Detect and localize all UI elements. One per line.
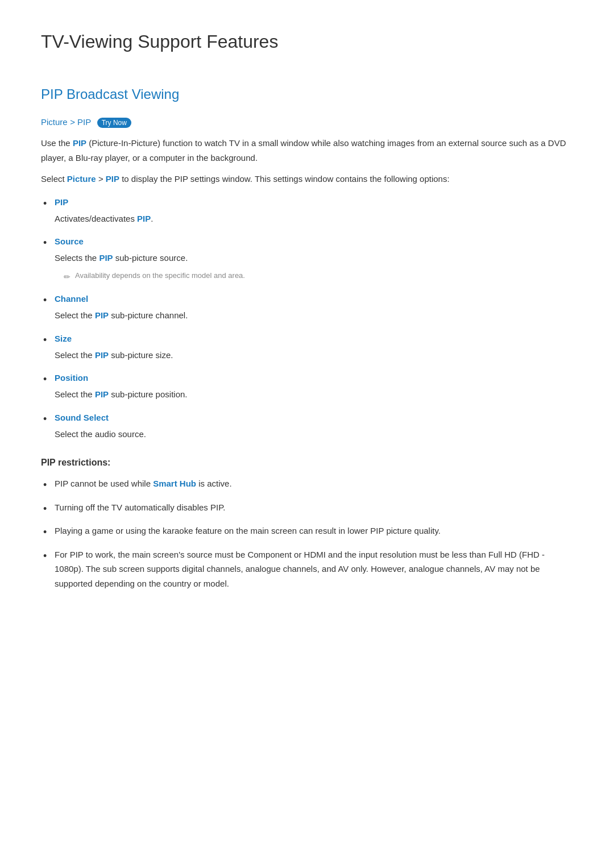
option-position: Position Select the PIP sub-picture posi… <box>55 371 573 402</box>
option-channel-title: Channel <box>55 292 573 306</box>
breadcrumb-separator: > <box>70 117 77 127</box>
breadcrumb: Picture > PIP Try Now <box>41 115 573 130</box>
option-sound-select: Sound Select Select the audio source. <box>55 411 573 442</box>
smart-hub-link[interactable]: Smart Hub <box>153 479 196 488</box>
option-position-desc: Select the PIP sub-picture position. <box>55 389 187 399</box>
page-title: TV-Viewing Support Features <box>41 27 573 56</box>
pip-link[interactable]: PIP <box>106 174 119 184</box>
option-source: Source Selects the PIP sub-picture sourc… <box>55 235 573 283</box>
restrictions-list: PIP cannot be used while Smart Hub is ac… <box>55 476 573 591</box>
breadcrumb-picture[interactable]: Picture <box>41 117 68 127</box>
option-size-title: Size <box>55 332 573 346</box>
option-size-desc: Select the PIP sub-picture size. <box>55 350 173 360</box>
intro-line2: Select Picture > PIP to display the PIP … <box>41 172 573 186</box>
pip-inline-3: PIP <box>99 253 113 263</box>
option-sound-select-title: Sound Select <box>55 411 573 425</box>
option-channel: Channel Select the PIP sub-picture chann… <box>55 292 573 323</box>
option-channel-desc: Select the PIP sub-picture channel. <box>55 310 188 320</box>
restriction-item-4: For PIP to work, the main screen's sourc… <box>55 547 573 591</box>
option-source-desc: Selects the PIP sub-picture source. <box>55 253 188 263</box>
restriction-item-3: Playing a game or using the karaoke feat… <box>55 524 573 538</box>
restrictions-title: PIP restrictions: <box>41 455 573 470</box>
section-title: PIP Broadcast Viewing <box>41 84 573 105</box>
option-source-title: Source <box>55 235 573 248</box>
breadcrumb-pip[interactable]: PIP <box>77 117 91 127</box>
source-note-box: ✏ Availability depends on the specific m… <box>64 270 573 283</box>
intro-line1: Use the PIP (Picture-In-Picture) functio… <box>41 136 573 165</box>
restriction-item-2: Turning off the TV automatically disable… <box>55 500 573 515</box>
option-pip-desc: Activates/deactivates PIP. <box>55 214 153 223</box>
try-now-badge[interactable]: Try Now <box>97 118 131 128</box>
option-size: Size Select the PIP sub-picture size. <box>55 332 573 363</box>
option-sound-select-desc: Select the audio source. <box>55 429 146 439</box>
pip-inline-5: PIP <box>95 350 109 360</box>
pip-inline-6: PIP <box>95 389 109 399</box>
pip-inline-2: PIP <box>137 214 151 223</box>
picture-link[interactable]: Picture <box>67 174 96 184</box>
options-list: PIP Activates/deactivates PIP. Source Se… <box>55 196 573 442</box>
option-pip: PIP Activates/deactivates PIP. <box>55 196 573 226</box>
option-pip-title: PIP <box>55 196 573 209</box>
pip-inline-4: PIP <box>95 310 109 320</box>
pip-inline-1: PIP <box>73 138 86 148</box>
restriction-item-1: PIP cannot be used while Smart Hub is ac… <box>55 476 573 491</box>
source-note-text: Availability depends on the specific mod… <box>75 270 245 281</box>
pencil-icon: ✏ <box>64 271 70 283</box>
option-position-title: Position <box>55 371 573 385</box>
